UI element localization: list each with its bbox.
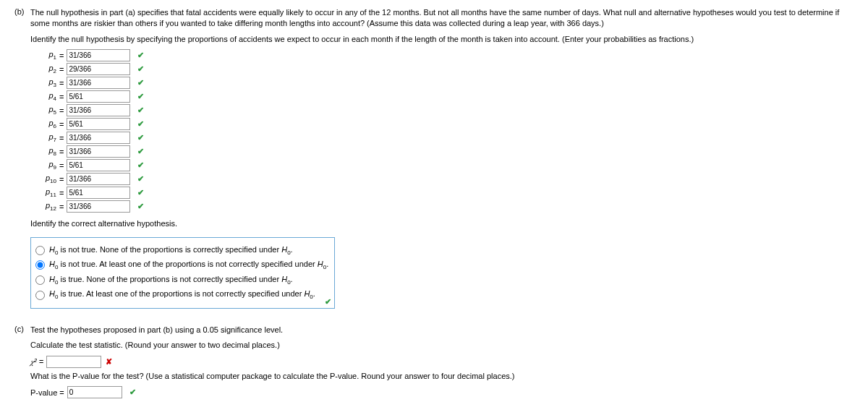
alt-radio[interactable]: [35, 260, 45, 270]
proportion-row: p2=✔: [30, 63, 854, 75]
alt-hypothesis-group: H0 is not true. None of the proportions …: [30, 237, 335, 309]
proportion-row: p9=✔: [30, 159, 854, 171]
chi-squared-row: 𝜒² = ✘: [30, 356, 854, 368]
equals-sign: =: [59, 51, 64, 60]
proportion-row: p5=✔: [30, 104, 854, 116]
proportion-label: p8: [30, 146, 56, 157]
equals-sign: =: [59, 175, 64, 184]
x-icon: ✘: [106, 357, 112, 367]
check-icon: ✔: [137, 188, 144, 197]
check-icon: ✔: [137, 133, 144, 142]
equals-sign: =: [59, 202, 64, 211]
alt-option: H0 is not true. None of the proportions …: [35, 244, 328, 257]
proportion-row: p12=✔: [30, 200, 854, 213]
equals-sign: =: [59, 147, 64, 156]
equals-sign: =: [59, 79, 64, 87]
check-icon: ✔: [137, 51, 144, 60]
alt-option-label: H0 is not true. At least one of the prop…: [49, 259, 328, 272]
equals-sign: =: [59, 134, 64, 142]
proportion-row: p4=✔: [30, 90, 854, 103]
pvalue-prompt: What is the P-value for the test? (Use a…: [30, 371, 854, 382]
part-c-label: (c): [14, 325, 30, 333]
proportion-label: p10: [30, 174, 56, 184]
equals-sign: =: [59, 189, 64, 197]
check-icon: ✔: [137, 119, 144, 129]
proportion-row: p6=✔: [30, 118, 854, 130]
alt-radio[interactable]: [35, 291, 45, 300]
proportion-label: p1: [30, 50, 56, 61]
check-icon: ✔: [129, 388, 136, 397]
alt-radio[interactable]: [35, 275, 45, 285]
proportion-label: p6: [30, 119, 56, 129]
proportion-label: p9: [30, 160, 56, 171]
proportion-row: p8=✔: [30, 145, 854, 158]
proportion-input[interactable]: [67, 104, 130, 116]
proportion-label: p2: [30, 64, 56, 74]
proportion-row: p3=✔: [30, 77, 854, 89]
proportion-input[interactable]: [67, 145, 130, 158]
check-icon: ✔: [325, 297, 331, 307]
equals-sign: =: [59, 106, 64, 115]
proportion-label: p11: [30, 187, 56, 198]
alt-option: H0 is true. None of the proportions is n…: [35, 274, 328, 287]
proportion-input[interactable]: [67, 132, 130, 144]
proportion-input[interactable]: [67, 90, 130, 103]
proportion-label: p12: [30, 201, 56, 212]
proportion-row: p7=✔: [30, 132, 854, 144]
proportion-input[interactable]: [67, 187, 130, 199]
check-icon: ✔: [137, 161, 144, 170]
proportion-row: p10=✔: [30, 173, 854, 185]
check-icon: ✔: [137, 147, 144, 156]
check-icon: ✔: [137, 92, 144, 101]
proportion-input[interactable]: [67, 200, 130, 213]
alt-radio[interactable]: [35, 246, 45, 255]
proportions-list: p1=✔p2=✔p3=✔p4=✔p5=✔p6=✔p7=✔p8=✔p9=✔p10=…: [30, 49, 854, 213]
alt-option: H0 is not true. At least one of the prop…: [35, 259, 328, 272]
proportion-input[interactable]: [67, 173, 130, 185]
part-b-content: The null hypothesis in part (a) specifie…: [30, 7, 854, 309]
proportion-label: p5: [30, 105, 56, 116]
chi-squared-label: 𝜒² =: [30, 357, 43, 367]
part-b: (b) The null hypothesis in part (a) spec…: [14, 7, 854, 309]
alt-hypothesis-prompt: Identify the correct alternative hypothe…: [30, 218, 854, 229]
pvalue-input[interactable]: [67, 386, 122, 398]
proportion-input[interactable]: [67, 118, 130, 130]
pvalue-label: P-value =: [30, 388, 64, 397]
part-c-calc: Calculate the test statistic. (Round you…: [30, 340, 854, 351]
equals-sign: =: [59, 120, 64, 129]
proportion-input[interactable]: [67, 63, 130, 75]
proportion-label: p7: [30, 132, 56, 143]
part-b-intro: The null hypothesis in part (a) specifie…: [30, 7, 854, 30]
part-c-content: Test the hypotheses proposed in part (b)…: [30, 325, 854, 402]
equals-sign: =: [59, 65, 64, 74]
check-icon: ✔: [137, 202, 144, 211]
proportion-row: p11=✔: [30, 187, 854, 199]
proportion-input[interactable]: [67, 49, 130, 61]
part-c: (c) Test the hypotheses proposed in part…: [14, 325, 854, 402]
alt-option-label: H0 is not true. None of the proportions …: [49, 244, 293, 257]
part-b-identify: Identify the null hypothesis by specifyi…: [30, 34, 854, 45]
proportion-label: p4: [30, 91, 56, 102]
pvalue-row: P-value = ✔: [30, 386, 854, 398]
proportion-row: p1=✔: [30, 49, 854, 61]
chi-squared-input[interactable]: [46, 356, 101, 368]
check-icon: ✔: [137, 64, 144, 74]
proportion-label: p3: [30, 77, 56, 88]
alt-option-label: H0 is true. At least one of the proporti…: [49, 288, 315, 302]
check-icon: ✔: [137, 78, 144, 87]
alt-options-list: H0 is not true. None of the proportions …: [35, 244, 328, 302]
check-icon: ✔: [137, 106, 144, 115]
proportion-input[interactable]: [67, 77, 130, 89]
part-b-label: (b): [14, 7, 30, 16]
equals-sign: =: [59, 161, 64, 170]
alt-option: H0 is true. At least one of the proporti…: [35, 288, 328, 302]
alt-option-label: H0 is true. None of the proportions is n…: [49, 274, 293, 287]
check-icon: ✔: [137, 174, 144, 184]
equals-sign: =: [59, 93, 64, 101]
proportion-input[interactable]: [67, 159, 130, 171]
part-c-intro: Test the hypotheses proposed in part (b)…: [30, 325, 854, 335]
